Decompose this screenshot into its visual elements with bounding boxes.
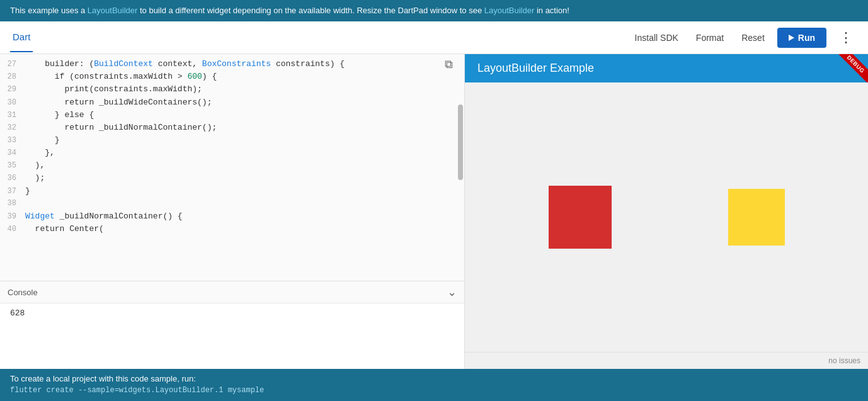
console-panel: Console ⌄ 628: [0, 281, 464, 369]
code-line: 34 },: [0, 147, 464, 159]
console-title: Console: [8, 288, 38, 297]
footer-text: To create a local project with this code…: [10, 374, 858, 383]
reset-button[interactable]: Reset: [736, 29, 770, 47]
preview-footer: no issues: [465, 352, 868, 369]
more-options-button[interactable]: ⋮: [834, 28, 858, 47]
code-editor[interactable]: ⧉ 27 builder: (BuildContext context, Box…: [0, 54, 464, 281]
preview-panel: LayoutBuilder Example DEBUG no issues: [465, 54, 868, 369]
header-bar: Dart Install SDK Format Reset Run ⋮: [0, 21, 868, 54]
code-line: 35 ),: [0, 159, 464, 172]
red-box: [549, 186, 612, 249]
bottom-footer: To create a local project with this code…: [0, 369, 868, 401]
banner-text: This example uses a LayoutBuilder to bui…: [10, 6, 569, 15]
code-line: 37 }: [0, 185, 464, 198]
run-icon: [789, 35, 794, 41]
console-output: 628: [0, 303, 464, 323]
no-issues-label: no issues: [828, 356, 860, 365]
run-button[interactable]: Run: [777, 28, 826, 48]
code-line: 39 Widget _buildNormalContainer() {: [0, 210, 464, 223]
info-banner: This example uses a LayoutBuilder to bui…: [0, 0, 868, 21]
banner-link-2[interactable]: LayoutBuilder: [484, 6, 535, 15]
debug-badge-wrap: DEBUG: [837, 54, 868, 86]
code-line: 30 return _buildWideContainers();: [0, 96, 464, 109]
code-line: 36 );: [0, 172, 464, 184]
code-line: 27 builder: (BuildContext context, BoxCo…: [0, 58, 464, 71]
code-panel: ⧉ 27 builder: (BuildContext context, Box…: [0, 54, 465, 369]
footer-command: flutter create --sample=widgets.LayoutBu…: [10, 386, 858, 395]
yellow-box: [728, 189, 785, 246]
code-line: 40 return Center(: [0, 223, 464, 235]
preview-title: LayoutBuilder Example: [477, 62, 594, 74]
code-line: 38: [0, 198, 464, 210]
console-header: Console ⌄: [0, 281, 464, 303]
preview-content: [465, 82, 868, 352]
console-expand-button[interactable]: ⌄: [447, 285, 457, 299]
preview-header: LayoutBuilder Example DEBUG: [465, 54, 868, 82]
copy-button[interactable]: ⧉: [445, 58, 453, 71]
banner-link-1[interactable]: LayoutBuilder: [88, 6, 138, 15]
dart-tab[interactable]: Dart: [10, 23, 33, 52]
code-scrollbar[interactable]: [458, 104, 463, 180]
header-actions: Install SDK Format Reset Run ⋮: [630, 28, 858, 48]
format-button[interactable]: Format: [691, 29, 729, 47]
main-area: ⧉ 27 builder: (BuildContext context, Box…: [0, 54, 868, 369]
code-line: 31 } else {: [0, 109, 464, 121]
code-line: 32 return _buildNormalContainer();: [0, 121, 464, 134]
code-line: 33 }: [0, 134, 464, 147]
install-sdk-button[interactable]: Install SDK: [630, 29, 683, 47]
code-line: 29 print(constraints.maxWidth);: [0, 83, 464, 96]
code-lines: 27 builder: (BuildContext context, BoxCo…: [0, 54, 464, 239]
debug-badge: DEBUG: [837, 54, 868, 82]
run-label: Run: [798, 33, 815, 43]
code-line: 28 if (constraints.maxWidth > 600) {: [0, 71, 464, 83]
